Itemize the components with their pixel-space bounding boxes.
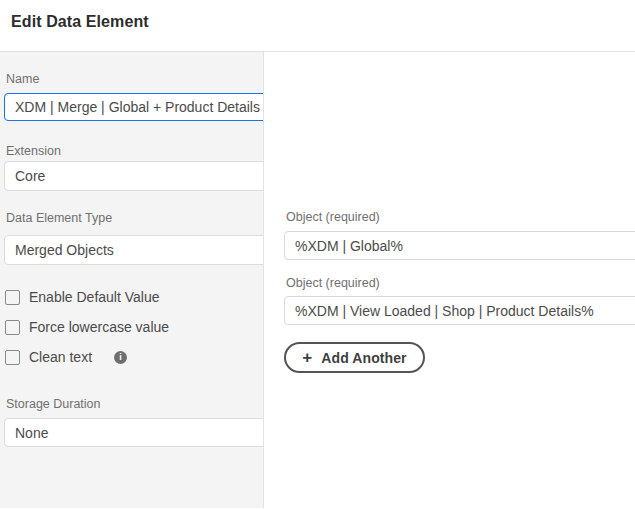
object-2-input[interactable]: [284, 296, 635, 325]
page-title: Edit Data Element: [11, 13, 149, 31]
info-icon[interactable]: i: [114, 351, 127, 364]
dialog-body: Name Extension Core Data Element Type Me…: [0, 52, 635, 508]
edit-data-element-dialog: Edit Data Element Name Extension Core Da…: [0, 0, 635, 509]
data-element-form-panel: Name Extension Core Data Element Type Me…: [0, 52, 264, 508]
clean-text-label: Clean text: [29, 349, 92, 365]
enable-default-value-label: Enable Default Value: [29, 289, 160, 305]
enable-default-value-checkbox[interactable]: [5, 290, 20, 305]
extension-label: Extension: [6, 144, 61, 158]
add-another-label: Add Another: [321, 350, 406, 366]
force-lowercase-checkbox[interactable]: [5, 320, 20, 335]
merged-objects-editor-panel: Object (required) Object (required) + Ad…: [264, 52, 635, 508]
data-element-type-label: Data Element Type: [6, 211, 112, 225]
object-1-input[interactable]: [284, 231, 635, 260]
object-2-label: Object (required): [286, 276, 380, 290]
clean-text-row: Clean text i: [5, 349, 127, 365]
storage-duration-select-value: None: [15, 425, 48, 441]
force-lowercase-label: Force lowercase value: [29, 319, 169, 335]
force-lowercase-row: Force lowercase value: [5, 319, 169, 335]
add-another-button[interactable]: + Add Another: [284, 342, 425, 373]
plus-icon: +: [302, 349, 312, 366]
name-label: Name: [6, 72, 39, 86]
enable-default-value-row: Enable Default Value: [5, 289, 160, 305]
data-element-type-select[interactable]: Merged Objects: [4, 235, 264, 265]
clean-text-checkbox[interactable]: [5, 350, 20, 365]
storage-duration-select[interactable]: None: [4, 418, 264, 447]
object-1-label: Object (required): [286, 210, 380, 224]
name-input[interactable]: [4, 93, 264, 121]
storage-duration-label: Storage Duration: [6, 397, 101, 411]
extension-select-value: Core: [15, 168, 45, 184]
dialog-header: Edit Data Element: [0, 0, 635, 52]
data-element-type-select-value: Merged Objects: [15, 242, 114, 258]
extension-select[interactable]: Core: [4, 161, 264, 191]
